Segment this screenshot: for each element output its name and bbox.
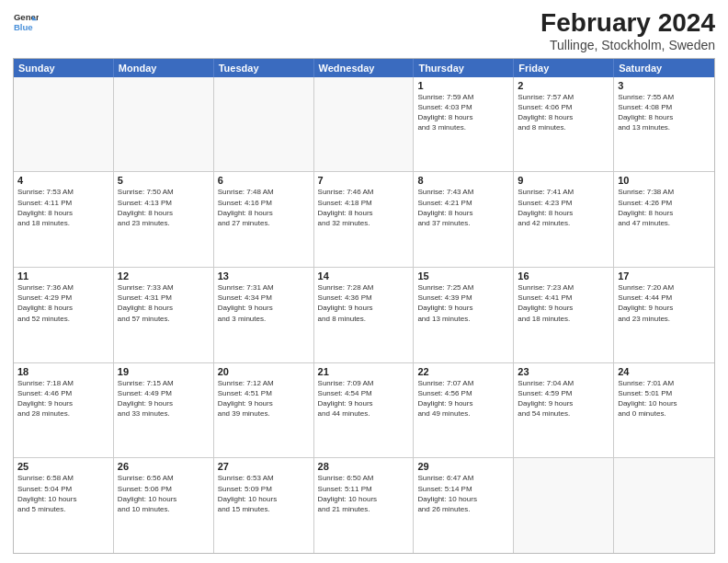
day-number: 12	[118, 270, 210, 282]
title-block: February 2024 Tullinge, Stockholm, Swede…	[540, 9, 715, 52]
header-day-wednesday: Wednesday	[314, 59, 415, 77]
logo: General Blue	[13, 9, 39, 35]
day-info: Sunrise: 7:25 AM Sunset: 4:39 PM Dayligh…	[417, 282, 509, 324]
day-cell-4: 4Sunrise: 7:53 AM Sunset: 4:11 PM Daylig…	[14, 172, 114, 267]
day-cell-23: 23Sunrise: 7:04 AM Sunset: 4:59 PM Dayli…	[514, 363, 614, 458]
day-number: 26	[118, 461, 210, 472]
day-number: 4	[17, 175, 109, 186]
day-number: 13	[218, 270, 310, 282]
day-number: 21	[318, 366, 410, 377]
day-number: 24	[618, 366, 711, 377]
day-cell-16: 16Sunrise: 7:23 AM Sunset: 4:41 PM Dayli…	[514, 268, 614, 362]
day-cell-9: 9Sunrise: 7:41 AM Sunset: 4:23 PM Daylig…	[514, 172, 614, 267]
day-cell-27: 27Sunrise: 6:53 AM Sunset: 5:09 PM Dayli…	[214, 458, 314, 553]
day-info: Sunrise: 7:01 AM Sunset: 5:01 PM Dayligh…	[618, 378, 711, 419]
day-info: Sunrise: 7:50 AM Sunset: 4:13 PM Dayligh…	[118, 187, 210, 228]
day-info: Sunrise: 7:15 AM Sunset: 4:49 PM Dayligh…	[118, 378, 210, 419]
day-number: 27	[218, 461, 310, 472]
day-cell-5: 5Sunrise: 7:50 AM Sunset: 4:13 PM Daylig…	[114, 172, 214, 267]
header-day-friday: Friday	[514, 59, 614, 77]
day-info: Sunrise: 7:07 AM Sunset: 4:56 PM Dayligh…	[417, 378, 509, 419]
week-row-2: 11Sunrise: 7:36 AM Sunset: 4:29 PM Dayli…	[14, 268, 714, 363]
day-info: Sunrise: 7:46 AM Sunset: 4:18 PM Dayligh…	[318, 187, 410, 228]
header: General Blue February 2024 Tullinge, Sto…	[13, 9, 715, 52]
day-cell-29: 29Sunrise: 6:47 AM Sunset: 5:14 PM Dayli…	[414, 458, 514, 553]
day-number: 22	[417, 366, 509, 377]
day-info: Sunrise: 7:20 AM Sunset: 4:44 PM Dayligh…	[618, 282, 711, 324]
day-number: 6	[218, 175, 310, 186]
day-info: Sunrise: 7:28 AM Sunset: 4:36 PM Dayligh…	[318, 282, 410, 324]
day-cell-7: 7Sunrise: 7:46 AM Sunset: 4:18 PM Daylig…	[314, 172, 415, 267]
day-cell-22: 22Sunrise: 7:07 AM Sunset: 4:56 PM Dayli…	[414, 363, 514, 458]
day-info: Sunrise: 7:48 AM Sunset: 4:16 PM Dayligh…	[218, 187, 310, 228]
location-subtitle: Tullinge, Stockholm, Sweden	[540, 38, 715, 52]
empty-cell	[214, 77, 314, 172]
day-info: Sunrise: 7:12 AM Sunset: 4:51 PM Dayligh…	[218, 378, 310, 419]
day-cell-25: 25Sunrise: 6:58 AM Sunset: 5:04 PM Dayli…	[14, 458, 114, 553]
empty-cell	[614, 458, 714, 553]
day-cell-20: 20Sunrise: 7:12 AM Sunset: 4:51 PM Dayli…	[214, 363, 314, 458]
week-row-0: 1Sunrise: 7:59 AM Sunset: 4:03 PM Daylig…	[14, 77, 714, 173]
day-info: Sunrise: 7:09 AM Sunset: 4:54 PM Dayligh…	[318, 378, 410, 419]
day-number: 15	[417, 270, 509, 282]
empty-cell	[514, 458, 614, 553]
header-day-tuesday: Tuesday	[214, 59, 314, 77]
day-cell-18: 18Sunrise: 7:18 AM Sunset: 4:46 PM Dayli…	[14, 363, 114, 458]
day-info: Sunrise: 7:36 AM Sunset: 4:29 PM Dayligh…	[17, 282, 109, 324]
day-cell-19: 19Sunrise: 7:15 AM Sunset: 4:49 PM Dayli…	[114, 363, 214, 458]
day-cell-24: 24Sunrise: 7:01 AM Sunset: 5:01 PM Dayli…	[614, 363, 714, 458]
day-number: 10	[618, 175, 711, 186]
empty-cell	[14, 77, 114, 172]
day-info: Sunrise: 6:58 AM Sunset: 5:04 PM Dayligh…	[17, 473, 109, 514]
day-info: Sunrise: 6:47 AM Sunset: 5:14 PM Dayligh…	[417, 473, 509, 514]
day-number: 5	[118, 175, 210, 186]
day-number: 7	[318, 175, 410, 186]
day-number: 18	[17, 366, 109, 377]
svg-text:General: General	[14, 12, 39, 22]
day-info: Sunrise: 7:59 AM Sunset: 4:03 PM Dayligh…	[417, 92, 509, 133]
day-number: 19	[118, 366, 210, 377]
day-cell-14: 14Sunrise: 7:28 AM Sunset: 4:36 PM Dayli…	[314, 268, 415, 362]
day-info: Sunrise: 7:33 AM Sunset: 4:31 PM Dayligh…	[118, 282, 210, 324]
day-number: 23	[518, 366, 609, 377]
day-info: Sunrise: 7:43 AM Sunset: 4:21 PM Dayligh…	[417, 187, 509, 228]
day-number: 17	[618, 270, 711, 282]
header-day-monday: Monday	[114, 59, 214, 77]
day-cell-13: 13Sunrise: 7:31 AM Sunset: 4:34 PM Dayli…	[214, 268, 314, 362]
logo-icon: General Blue	[13, 9, 39, 35]
day-number: 28	[318, 461, 410, 472]
svg-text:Blue: Blue	[14, 22, 33, 32]
day-cell-17: 17Sunrise: 7:20 AM Sunset: 4:44 PM Dayli…	[614, 268, 714, 362]
day-info: Sunrise: 7:18 AM Sunset: 4:46 PM Dayligh…	[17, 378, 109, 419]
day-number: 16	[518, 270, 609, 282]
day-cell-28: 28Sunrise: 6:50 AM Sunset: 5:11 PM Dayli…	[314, 458, 415, 553]
calendar-header: SundayMondayTuesdayWednesdayThursdayFrid…	[14, 59, 714, 77]
day-cell-21: 21Sunrise: 7:09 AM Sunset: 4:54 PM Dayli…	[314, 363, 415, 458]
day-info: Sunrise: 6:56 AM Sunset: 5:06 PM Dayligh…	[118, 473, 210, 514]
day-cell-11: 11Sunrise: 7:36 AM Sunset: 4:29 PM Dayli…	[14, 268, 114, 362]
page: General Blue February 2024 Tullinge, Sto…	[0, 0, 728, 563]
calendar-body: 1Sunrise: 7:59 AM Sunset: 4:03 PM Daylig…	[14, 77, 714, 553]
day-number: 9	[518, 175, 609, 186]
day-info: Sunrise: 7:38 AM Sunset: 4:26 PM Dayligh…	[618, 187, 711, 228]
day-number: 8	[417, 175, 509, 186]
day-number: 29	[417, 461, 509, 472]
day-cell-10: 10Sunrise: 7:38 AM Sunset: 4:26 PM Dayli…	[614, 172, 714, 267]
day-cell-1: 1Sunrise: 7:59 AM Sunset: 4:03 PM Daylig…	[414, 77, 514, 172]
week-row-4: 25Sunrise: 6:58 AM Sunset: 5:04 PM Dayli…	[14, 458, 714, 553]
day-info: Sunrise: 7:53 AM Sunset: 4:11 PM Dayligh…	[17, 187, 109, 228]
header-day-thursday: Thursday	[414, 59, 514, 77]
day-cell-26: 26Sunrise: 6:56 AM Sunset: 5:06 PM Dayli…	[114, 458, 214, 553]
day-info: Sunrise: 7:23 AM Sunset: 4:41 PM Dayligh…	[518, 282, 609, 324]
day-info: Sunrise: 6:50 AM Sunset: 5:11 PM Dayligh…	[318, 473, 410, 514]
day-number: 3	[618, 80, 711, 91]
day-number: 25	[17, 461, 109, 472]
day-info: Sunrise: 7:31 AM Sunset: 4:34 PM Dayligh…	[218, 282, 310, 324]
week-row-1: 4Sunrise: 7:53 AM Sunset: 4:11 PM Daylig…	[14, 172, 714, 268]
calendar-container: SundayMondayTuesdayWednesdayThursdayFrid…	[13, 58, 715, 554]
day-cell-15: 15Sunrise: 7:25 AM Sunset: 4:39 PM Dayli…	[414, 268, 514, 362]
day-cell-6: 6Sunrise: 7:48 AM Sunset: 4:16 PM Daylig…	[214, 172, 314, 267]
day-number: 20	[218, 366, 310, 377]
day-cell-3: 3Sunrise: 7:55 AM Sunset: 4:08 PM Daylig…	[614, 77, 714, 172]
day-info: Sunrise: 7:04 AM Sunset: 4:59 PM Dayligh…	[518, 378, 609, 419]
